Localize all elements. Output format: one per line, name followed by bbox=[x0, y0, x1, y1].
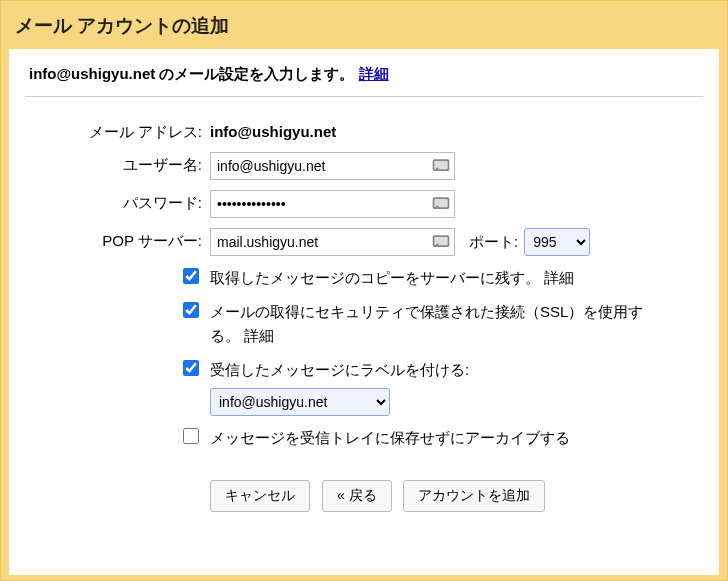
value-email: info@ushigyu.net bbox=[210, 119, 336, 140]
label-email: メール アドレス: bbox=[25, 119, 210, 142]
label-msg-label: 受信したメッセージにラベルを付ける: bbox=[210, 361, 469, 378]
button-row: キャンセル « 戻る アカウントを追加 bbox=[210, 480, 703, 512]
archive-checkbox[interactable] bbox=[183, 428, 199, 444]
label-password: パスワード: bbox=[25, 190, 210, 213]
password-input[interactable] bbox=[210, 190, 455, 218]
dialog-content: info@ushigyu.net のメール設定を入力します。 詳細 メール アド… bbox=[9, 49, 719, 575]
ssl-label: メールの取得にセキュリティで保護された接続（SSL）を使用する。 bbox=[210, 303, 643, 344]
subtitle: info@ushigyu.net のメール設定を入力します。 詳細 bbox=[25, 61, 703, 97]
dialog-title: メール アカウントの追加 bbox=[1, 1, 727, 49]
leave-copy-label: 取得したメッセージのコピーをサーバーに残す。 bbox=[210, 269, 540, 286]
archive-label: メッセージを受信トレイに保存せずにアーカイブする bbox=[210, 429, 570, 446]
cancel-button[interactable]: キャンセル bbox=[210, 480, 310, 512]
username-input[interactable] bbox=[210, 152, 455, 180]
label-msg-checkbox[interactable] bbox=[183, 360, 199, 376]
subtitle-details-link[interactable]: 詳細 bbox=[359, 65, 389, 82]
leave-copy-checkbox[interactable] bbox=[183, 268, 199, 284]
pop-server-input[interactable] bbox=[210, 228, 455, 256]
leave-copy-details-link[interactable]: 詳細 bbox=[544, 269, 574, 286]
back-button[interactable]: « 戻る bbox=[322, 480, 392, 512]
port-select[interactable]: 995 bbox=[524, 228, 590, 256]
dialog-window: メール アカウントの追加 info@ushigyu.net のメール設定を入力し… bbox=[0, 0, 728, 581]
subtitle-text: info@ushigyu.net のメール設定を入力します。 bbox=[29, 65, 354, 82]
ssl-checkbox[interactable] bbox=[183, 302, 199, 318]
label-msg-select[interactable]: info@ushigyu.net bbox=[210, 388, 390, 416]
form: メール アドレス: info@ushigyu.net ユーザー名: パスワード: bbox=[25, 119, 703, 512]
add-account-button[interactable]: アカウントを追加 bbox=[403, 480, 545, 512]
label-pop-server: POP サーバー: bbox=[25, 228, 210, 251]
label-username: ユーザー名: bbox=[25, 152, 210, 175]
ssl-details-link[interactable]: 詳細 bbox=[244, 327, 274, 344]
label-port: ポート: bbox=[469, 233, 518, 252]
